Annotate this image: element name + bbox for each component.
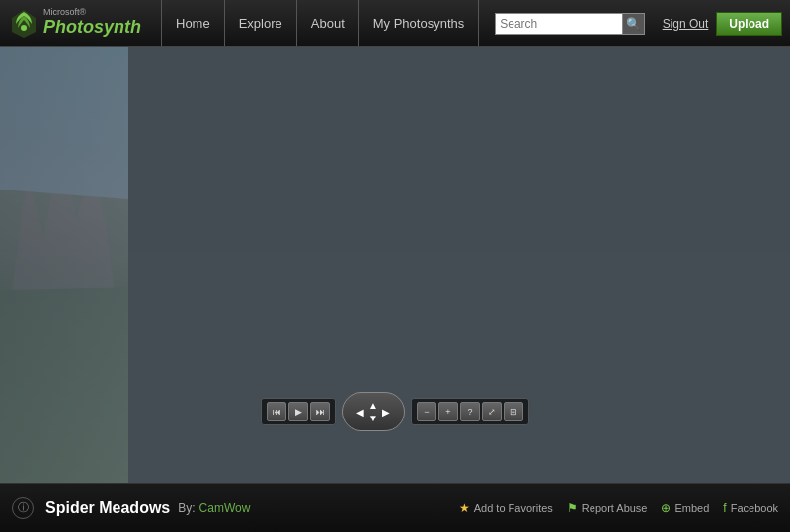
embed-action[interactable]: ⊕ Embed <box>661 501 709 515</box>
brand-name: Photosynth <box>43 17 141 38</box>
arrow-left-icon: ◀ <box>356 407 364 418</box>
rewind-button[interactable]: ⏮ <box>267 402 286 421</box>
status-bar: ⓘ Spider Meadows By: CamWow ★ Add to Fav… <box>0 483 790 532</box>
upload-button[interactable]: Upload <box>716 12 782 36</box>
flag-icon: ⚑ <box>567 501 578 515</box>
nav-about[interactable]: About <box>297 0 359 46</box>
facebook-label: Facebook <box>731 502 778 514</box>
arrow-down-icon: ▼ <box>368 413 378 423</box>
zoom-in-button[interactable]: + <box>438 402 458 421</box>
report-abuse-action[interactable]: ⚑ Report Abuse <box>567 501 648 515</box>
sign-out-button[interactable]: Sign Out <box>663 17 709 31</box>
playback-controls: ⏮ ▶ ⏭ <box>261 398 336 425</box>
header-right: Sign Out Upload <box>663 12 782 36</box>
photo-title: Spider Meadows <box>45 499 170 517</box>
add-favorites-action[interactable]: ★ Add to Favorites <box>459 501 553 515</box>
add-favorites-label: Add to Favorites <box>474 502 553 514</box>
nav-arrows[interactable]: ◀ ▲ ▼ ▶ <box>342 392 405 431</box>
info-icon[interactable]: ⓘ <box>12 497 34 519</box>
photo-by-label: By: <box>178 501 195 515</box>
svg-point-1 <box>21 25 27 31</box>
search-input[interactable] <box>495 13 623 35</box>
embed-icon: ⊕ <box>661 501 671 515</box>
controls-bar: ⏮ ▶ ⏭ ◀ ▲ ▼ ▶ − + ? ⤢ ⊞ <box>261 392 529 431</box>
status-actions: ★ Add to Favorites ⚑ Report Abuse ⊕ Embe… <box>459 501 778 515</box>
header: Microsoft® Photosynth Home Explore About… <box>0 0 790 47</box>
arrow-up-icon: ▲ <box>368 400 378 411</box>
star-icon: ★ <box>459 501 470 515</box>
facebook-icon: f <box>723 501 726 515</box>
logo-area: Microsoft® Photosynth <box>0 8 141 39</box>
photo-author-link[interactable]: CamWow <box>199 501 251 515</box>
forward-button[interactable]: ⏭ <box>310 402 330 421</box>
fullscreen-button[interactable]: ⤢ <box>482 402 502 421</box>
search-button[interactable]: 🔍 <box>623 13 645 35</box>
embed-label: Embed <box>674 502 709 514</box>
arrow-right-icon: ▶ <box>382 407 390 418</box>
help-button[interactable]: ? <box>460 402 480 421</box>
facebook-action[interactable]: f Facebook <box>723 501 778 515</box>
microsoft-label: Microsoft® <box>43 8 141 17</box>
logo-icon <box>8 8 40 39</box>
report-abuse-label: Report Abuse <box>582 502 648 514</box>
photo-viewer[interactable]: ⏮ ▶ ⏭ ◀ ▲ ▼ ▶ − + ? ⤢ ⊞ <box>0 47 790 483</box>
main-nav: Home Explore About My Photosynths <box>161 0 479 46</box>
utility-controls: − + ? ⤢ ⊞ <box>411 398 529 425</box>
search-area: 🔍 <box>495 13 645 35</box>
play-button[interactable]: ▶ <box>288 402 308 421</box>
grid-button[interactable]: ⊞ <box>504 402 523 421</box>
nav-explore[interactable]: Explore <box>225 0 297 46</box>
nav-home[interactable]: Home <box>161 0 225 46</box>
nav-my-photosynths[interactable]: My Photosynths <box>359 0 480 46</box>
zoom-out-button[interactable]: − <box>417 402 436 421</box>
